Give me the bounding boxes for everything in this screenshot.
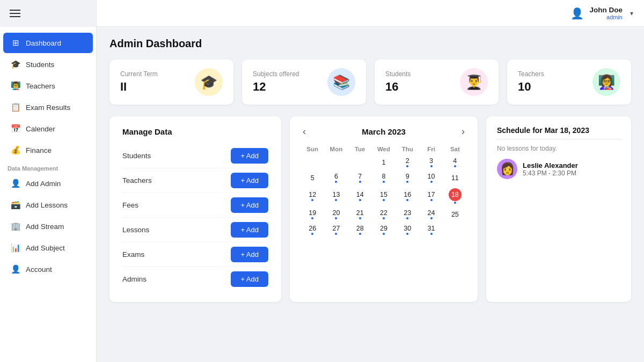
add-exams-button[interactable]: + Add	[231, 247, 268, 262]
manage-label: Admins	[122, 275, 147, 283]
stat-value: 10	[518, 80, 544, 94]
calendar-day-cell[interactable]: 7	[348, 170, 372, 186]
calendar-day-cell[interactable]: 11	[443, 170, 467, 186]
sidebar-item-add-subject[interactable]: 📊 Add Subject	[3, 238, 93, 258]
calendar-day-cell[interactable]: 20	[324, 206, 348, 222]
calendar-week-row: 262728293031	[301, 222, 467, 238]
sidebar-item-add-stream[interactable]: 🏢 Add Stream	[3, 216, 93, 237]
calendar-day-cell[interactable]: 15	[372, 186, 396, 206]
calendar-title: March 2023	[362, 127, 406, 136]
stat-card-students: Students 16 👨‍🎓	[375, 60, 499, 105]
calendar-day-cell	[348, 154, 372, 170]
user-role: admin	[606, 14, 623, 20]
calendar-card: ‹ March 2023 › Sun Mon Tue Wed Thu Fri S	[290, 116, 478, 302]
stat-info: Teachers 10	[518, 70, 544, 94]
calendar-day-cell[interactable]: 27	[324, 222, 348, 238]
calendar-day-cell[interactable]: 19	[301, 206, 324, 222]
add-lessons-button[interactable]: + Add	[231, 222, 268, 238]
stat-label: Current Term	[120, 70, 158, 78]
calendar-day-cell[interactable]: 31	[419, 222, 443, 238]
calendar-day-cell[interactable]: 4	[443, 154, 467, 170]
calendar-day-cell	[443, 222, 467, 238]
calendar-day-cell[interactable]: 16	[396, 186, 419, 206]
add-lessons-icon: 🗃️	[11, 200, 20, 210]
stat-info: Subjects offered 12	[253, 70, 299, 94]
main-content: Admin Dashboard Current Term II 🎓 Subjec…	[97, 27, 644, 362]
add-students-button[interactable]: + Add	[231, 148, 268, 164]
calendar-day-cell[interactable]: 14	[348, 186, 372, 206]
calendar-day-cell	[324, 154, 348, 170]
manage-label: Students	[122, 152, 151, 160]
calendar-day-cell[interactable]: 23	[396, 206, 419, 222]
person-details: Leslie Alexander 5:43 PM - 2:30 PM	[523, 161, 578, 177]
calendar-day-cell[interactable]: 1	[372, 154, 396, 170]
day-header-sun: Sun	[301, 144, 324, 154]
sidebar-item-label: Teachers	[26, 82, 55, 90]
sidebar-header	[0, 0, 96, 27]
day-header-sat: Sat	[443, 144, 467, 154]
manage-label: Fees	[122, 201, 138, 209]
sidebar-nav: ⊞ Dashboard 🎓 Students 👨‍🏫 Teachers 📋 Ex…	[0, 27, 96, 362]
stat-label: Subjects offered	[253, 70, 299, 78]
day-header-wed: Wed	[372, 144, 396, 154]
calendar-day-cell[interactable]: 3	[419, 154, 443, 170]
stat-value: 12	[253, 80, 299, 94]
calendar-day-cell[interactable]: 28	[348, 222, 372, 238]
calendar-day-cell[interactable]: 21	[348, 206, 372, 222]
calendar-day-cell[interactable]: 12	[301, 186, 324, 206]
add-stream-icon: 🏢	[11, 221, 20, 231]
stat-icon-teachers: 👩‍🏫	[592, 68, 620, 96]
calendar-body: 1234567891011121314151617181920212223242…	[301, 154, 467, 238]
stat-card-subjects: Subjects offered 12 📚	[242, 60, 366, 105]
calendar-grid: Sun Mon Tue Wed Thu Fri Sat 123456789101…	[301, 144, 467, 238]
add-fees-button[interactable]: + Add	[231, 197, 268, 213]
chevron-down-icon[interactable]: ▾	[630, 10, 633, 17]
calendar-week-row: 12131415161718	[301, 186, 467, 206]
calendar-day-cell[interactable]: 10	[419, 170, 443, 186]
sidebar-item-exam-results[interactable]: 📋 Exam Results	[3, 97, 93, 117]
calendar-next-button[interactable]: ›	[459, 126, 467, 137]
add-teachers-button[interactable]: + Add	[231, 173, 268, 188]
schedule-card: Schedule for Mar 18, 2023 No lessons for…	[486, 116, 631, 302]
sidebar-item-add-lessons[interactable]: 🗃️ Add Lessons	[3, 195, 93, 215]
calendar-day-cell[interactable]: 9	[396, 170, 419, 186]
dashboard-icon: ⊞	[11, 38, 20, 48]
calendar-day-cell[interactable]: 25	[443, 206, 467, 222]
calendar-day-cell[interactable]: 29	[372, 222, 396, 238]
add-admins-button[interactable]: + Add	[231, 271, 268, 287]
calendar-day-headers: Sun Mon Tue Wed Thu Fri Sat	[301, 144, 467, 154]
sidebar-item-dashboard[interactable]: ⊞ Dashboard	[3, 33, 93, 53]
calendar-day-cell[interactable]: 5	[301, 170, 324, 186]
calendar-day-cell	[301, 154, 324, 170]
schedule-divider	[497, 139, 620, 139]
sidebar-item-account[interactable]: 👤 Account	[3, 259, 93, 279]
sidebar-item-teachers[interactable]: 👨‍🏫 Teachers	[3, 76, 93, 96]
user-avatar-icon: 👤	[570, 7, 584, 20]
calendar-day-cell[interactable]: 6	[324, 170, 348, 186]
manage-label: Exams	[122, 250, 144, 258]
add-admin-icon: 👤	[11, 179, 20, 188]
calendar-day-cell[interactable]: 30	[396, 222, 419, 238]
calendar-day-cell[interactable]: 8	[372, 170, 396, 186]
calendar-day-cell[interactable]: 2	[396, 154, 419, 170]
calendar-prev-button[interactable]: ‹	[301, 126, 308, 137]
calendar-day-cell[interactable]: 22	[372, 206, 396, 222]
sidebar-item-label: Students	[26, 61, 54, 69]
hamburger-menu[interactable]	[10, 10, 20, 17]
sidebar-item-students[interactable]: 🎓 Students	[3, 54, 93, 75]
sidebar: ⊞ Dashboard 🎓 Students 👨‍🏫 Teachers 📋 Ex…	[0, 0, 97, 362]
sidebar-item-finance[interactable]: 💰 Finance	[3, 140, 93, 160]
calendar-day-cell[interactable]: 18	[443, 186, 467, 206]
calendar-day-cell[interactable]: 17	[419, 186, 443, 206]
stat-icon-term: 🎓	[195, 68, 223, 96]
calendar-day-cell[interactable]: 24	[419, 206, 443, 222]
calendar-day-cell[interactable]: 26	[301, 222, 324, 238]
person-avatar: 👩	[497, 159, 517, 179]
sidebar-item-add-admin[interactable]: 👤 Add Admin	[3, 173, 93, 194]
stat-info: Current Term II	[120, 70, 158, 94]
calendar-day-cell[interactable]: 13	[324, 186, 348, 206]
manage-label: Lessons	[122, 226, 149, 234]
person-name: Leslie Alexander	[523, 161, 578, 169]
sidebar-item-calender[interactable]: 📅 Calender	[3, 119, 93, 139]
stat-value: II	[120, 80, 158, 94]
